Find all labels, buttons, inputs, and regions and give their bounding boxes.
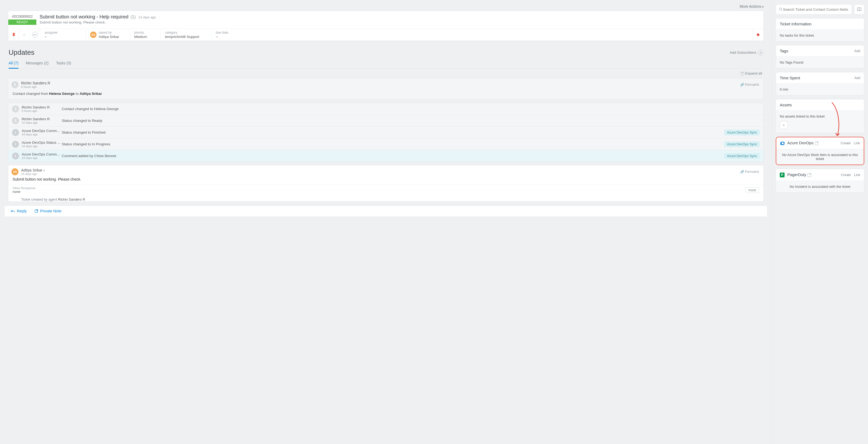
raised-by-avatar: AS (90, 32, 96, 38)
azure-link-button[interactable]: Link (854, 141, 860, 145)
update-author: Richin Sanders R (21, 81, 50, 85)
more-button[interactable]: more (745, 187, 759, 193)
add-asset-button[interactable]: + (780, 121, 788, 129)
pin-button[interactable]: 📌 (8, 29, 19, 41)
priority-value[interactable]: Medium (134, 35, 156, 39)
row-time: 14 days ago (22, 144, 62, 148)
panel-body: No Azure DevOps Work Item is associated … (776, 149, 864, 165)
row-author: Azure DevOps Comm… (22, 129, 62, 133)
external-link-icon[interactable] (808, 173, 811, 177)
due-label: due date (216, 31, 748, 34)
category-value[interactable]: temprichin06 Support (165, 35, 207, 39)
svg-point-4 (779, 8, 782, 10)
note-icon (34, 209, 38, 213)
update-row[interactable]: Richin Sanders R12 days agoStatus change… (8, 115, 764, 127)
message-card[interactable]: AS Aditya Srikar ▾ 14 days ago 🔗Permalin… (8, 165, 764, 202)
category-label: category (165, 31, 207, 34)
user-avatar: AS (11, 168, 19, 175)
link-icon: 🔗 (740, 170, 744, 174)
update-body: Contact changed from Helena George to Ad… (8, 90, 764, 99)
recipients-label: Other Recipients (12, 186, 36, 190)
knowledge-base-button[interactable] (854, 4, 864, 14)
plus-circle-icon: + (758, 50, 763, 55)
update-item[interactable]: Richin Sanders R 5 hours ago 🔗Permalink … (8, 78, 764, 100)
svg-point-2 (15, 119, 16, 121)
row-time: 12 days ago (22, 121, 62, 124)
message-time: 14 days ago (21, 172, 45, 175)
raised-by-value[interactable]: Aditya Srikar (99, 35, 119, 39)
ticket-age: 14 days ago (138, 15, 156, 19)
update-row[interactable]: iAzure DevOps Comm…14 days agoComment ad… (8, 150, 764, 162)
ticket-id: #DC00000022 (8, 12, 36, 20)
updates-tabs: All (7) Messages (2) Tasks (0) (8, 61, 763, 69)
pd-create-button[interactable]: Create (841, 173, 851, 177)
row-time: 5 hours ago (22, 109, 62, 112)
add-subscribers-button[interactable]: Add Subscribers + (730, 50, 763, 55)
permalink-button[interactable]: 🔗Permalink (740, 83, 759, 87)
row-time: 14 days ago (22, 156, 62, 160)
private-note-button[interactable]: Private Note (34, 209, 62, 213)
pin-icon: 📌 (11, 32, 17, 38)
row-author: Richin Sanders R (22, 117, 62, 121)
add-subscribers-label: Add Subscribers (730, 50, 756, 55)
search-icon (779, 7, 783, 11)
azure-create-button[interactable]: Create (841, 141, 851, 145)
ticket-status-badge: READY (8, 20, 36, 25)
chevron-down-icon[interactable]: ▾ (43, 169, 45, 172)
external-link-icon[interactable] (815, 142, 818, 145)
row-author: Richin Sanders R (22, 105, 62, 109)
message-body: Submit button not working. Please check. (8, 177, 764, 184)
row-time: 14 days ago (22, 133, 62, 136)
panel-body: No Incident is associated with the ticke… (776, 180, 864, 192)
panel-title: Ticket Information (780, 22, 812, 26)
more-button[interactable]: ••• (30, 29, 40, 41)
due-value[interactable]: ~ (216, 35, 748, 39)
reply-button[interactable]: Reply (10, 209, 27, 213)
update-row[interactable]: iAzure DevOps Comm…14 days agoStatus cha… (8, 127, 764, 138)
created-by-text: Ticket created by agent Richin Sanders R (8, 195, 764, 201)
permalink-button[interactable]: 🔗Permalink (740, 170, 759, 174)
updates-list: Richin Sanders R5 hours agoContact chang… (8, 103, 764, 162)
expand-icon (741, 72, 744, 75)
star-button[interactable]: ☆ (19, 29, 30, 41)
panel-title: Assets (780, 103, 792, 107)
tab-all[interactable]: All (7) (8, 61, 19, 69)
add-tag-button[interactable]: Add (855, 49, 860, 53)
panel-body: No Tags Found (776, 56, 864, 68)
expand-all-button[interactable]: Expand all (10, 71, 762, 75)
update-row[interactable]: Richin Sanders R5 hours agoContact chang… (8, 103, 764, 115)
ticket-info-panel: Ticket Information No tasks for this tic… (776, 18, 864, 41)
sla-indicator (753, 33, 764, 36)
row-message: Contact changed to Helena George (62, 107, 760, 111)
panel-title: Azure DevOps (780, 140, 818, 146)
tab-tasks[interactable]: Tasks (0) (56, 61, 71, 68)
update-row[interactable]: iAzure DevOps Status …14 days agoStatus … (8, 138, 764, 150)
row-message: Status changed to Ready (62, 118, 760, 123)
info-icon: i (12, 152, 19, 160)
panel-body: No assets linked to this ticket + (776, 110, 864, 133)
user-avatar (12, 105, 19, 112)
search-box[interactable] (776, 4, 852, 14)
tags-panel: TagsAdd No Tags Found (776, 45, 864, 68)
azure-devops-panel: Azure DevOps Create Link No Azure DevOps… (776, 137, 864, 165)
dots-icon: ••• (32, 32, 38, 38)
row-message: Status changed to In Progress (62, 142, 724, 146)
reply-footer: Reply Private Note (4, 205, 768, 216)
more-actions-menu[interactable]: More Actions (8, 4, 764, 8)
star-icon: ☆ (23, 33, 26, 37)
tab-messages[interactable]: Messages (2) (26, 61, 49, 68)
updates-heading: Updates (8, 48, 34, 57)
pd-link-button[interactable]: Link (854, 173, 860, 177)
pagerduty-panel: P PagerDuty Create Link No Incident is a… (776, 169, 864, 193)
row-message: Status changed to Finished (62, 130, 724, 134)
reply-icon (10, 209, 15, 213)
time-spent-panel: Time SpentAdd 0 min (776, 72, 864, 95)
add-time-button[interactable]: Add (855, 76, 860, 80)
ticket-thread-count: (1) (130, 15, 136, 19)
ticket-title: Submit button not working - Help require… (39, 14, 128, 20)
panel-body: 0 min (776, 83, 864, 95)
svg-point-1 (15, 107, 16, 109)
assignee-value[interactable]: ~ (45, 35, 81, 39)
search-input[interactable] (783, 7, 849, 11)
info-icon: i (12, 141, 19, 148)
